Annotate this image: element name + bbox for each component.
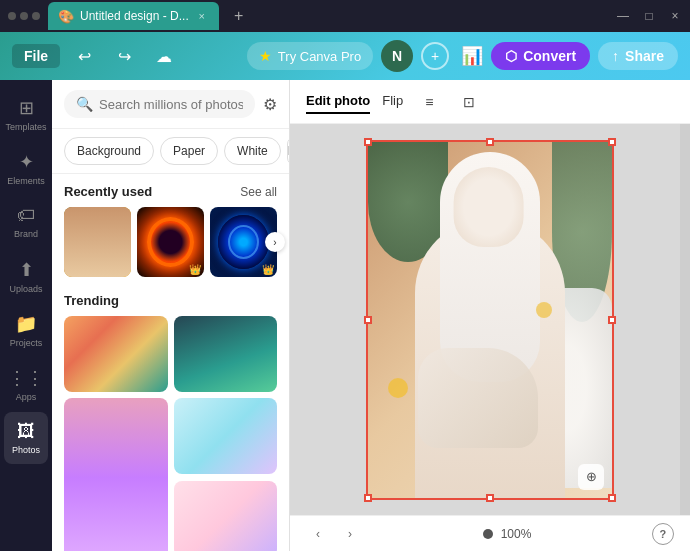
page-navigation: ‹ › xyxy=(306,522,362,546)
try-canva-label: Try Canva Pro xyxy=(278,49,361,64)
cloud-save-button[interactable]: ☁ xyxy=(148,40,180,72)
maximize-button[interactable]: □ xyxy=(642,9,656,23)
canvas-footer: ‹ › 100% ? xyxy=(290,515,690,551)
brand-label: Brand xyxy=(14,229,38,239)
tab-favicon: 🎨 xyxy=(58,9,74,24)
handle-right-mid[interactable] xyxy=(608,316,616,324)
align-left-icon[interactable]: ≡ xyxy=(415,88,443,116)
prev-page-button[interactable]: ‹ xyxy=(306,522,330,546)
sidebar-item-brand[interactable]: 🏷 Brand xyxy=(4,196,48,248)
trending-grid xyxy=(64,316,277,551)
search-input[interactable] xyxy=(99,97,243,112)
canvas-toolbar: Edit photo Flip ≡ ⊡ xyxy=(290,80,690,124)
next-page-button[interactable]: › xyxy=(338,522,362,546)
yellow-dot-2 xyxy=(536,302,552,318)
trending-item-4[interactable] xyxy=(174,398,278,474)
convert-button[interactable]: ⬡ Convert xyxy=(491,42,590,70)
recently-used-row: 👑 👑 › xyxy=(64,207,277,277)
filter-bar: Background Paper White B› xyxy=(52,129,289,174)
undo-button[interactable]: ↩ xyxy=(68,40,100,72)
search-icon: 🔍 xyxy=(76,96,93,112)
elements-label: Elements xyxy=(7,176,45,186)
share-button[interactable]: ↑ Share xyxy=(598,42,678,70)
scrollbar-right[interactable] xyxy=(680,124,690,515)
uploads-icon: ⬆ xyxy=(19,259,34,281)
dot-2 xyxy=(20,12,28,20)
canvas-main: ⊕ xyxy=(290,124,690,515)
add-account-button[interactable]: + xyxy=(421,42,449,70)
sidebar-item-photos[interactable]: 🖼 Photos xyxy=(4,412,48,464)
recently-used-title: Recently used xyxy=(64,184,152,199)
filter-icon[interactable]: ⚙ xyxy=(263,95,277,114)
convert-label: Convert xyxy=(523,48,576,64)
toolbar: File ↩ ↪ ☁ ★ Try Canva Pro N + 📊 ⬡ Conve… xyxy=(0,32,690,80)
trending-item-3[interactable] xyxy=(64,398,168,551)
redo-button[interactable]: ↪ xyxy=(108,40,140,72)
zoom-slider-thumb[interactable] xyxy=(483,529,493,539)
zoom-button[interactable]: ⊕ xyxy=(578,464,604,490)
help-button[interactable]: ? xyxy=(652,523,674,545)
image-container[interactable]: ⊕ xyxy=(366,140,614,500)
recently-used-header: Recently used See all xyxy=(64,184,277,199)
zoom-control: 100% xyxy=(483,527,532,541)
tab-edit-photo[interactable]: Edit photo xyxy=(306,89,370,114)
tab-flip[interactable]: Flip xyxy=(382,89,403,114)
canvas-area: Edit photo Flip ≡ ⊡ xyxy=(290,80,690,551)
share-icon: ↑ xyxy=(612,48,619,64)
projects-icon: 📁 xyxy=(15,313,37,335)
tab-title: Untitled design - D... xyxy=(80,9,189,23)
filter-paper[interactable]: Paper xyxy=(160,137,218,165)
search-box[interactable]: 🔍 xyxy=(64,90,255,118)
filter-more-button[interactable]: B› xyxy=(287,137,289,165)
filter-background[interactable]: Background xyxy=(64,137,154,165)
window-dots xyxy=(8,12,40,20)
filter-white[interactable]: White xyxy=(224,137,281,165)
face xyxy=(454,167,524,247)
recently-used-carousel-next[interactable]: › xyxy=(265,232,285,252)
handle-top-mid[interactable] xyxy=(486,138,494,146)
templates-icon: ⊞ xyxy=(19,97,34,119)
trending-item-1[interactable] xyxy=(64,316,168,392)
trending-item-2[interactable] xyxy=(174,316,278,392)
close-button[interactable]: × xyxy=(668,9,682,23)
yellow-dot-1 xyxy=(388,378,408,398)
photos-label: Photos xyxy=(12,445,40,455)
main-layout: ⊞ Templates ✦ Elements 🏷 Brand ⬆ Uploads… xyxy=(0,80,690,551)
sidebar-item-apps[interactable]: ⋮⋮ Apps xyxy=(4,358,48,410)
sidebar-item-uploads[interactable]: ⬆ Uploads xyxy=(4,250,48,302)
left-sidebar: ⊞ Templates ✦ Elements 🏷 Brand ⬆ Uploads… xyxy=(0,80,52,551)
active-tab[interactable]: 🎨 Untitled design - D... × xyxy=(48,2,219,30)
analytics-icon[interactable]: 📊 xyxy=(461,45,483,67)
trending-header: Trending xyxy=(64,293,277,308)
handle-left-mid[interactable] xyxy=(364,316,372,324)
trending-item-5[interactable] xyxy=(174,481,278,551)
try-canva-pro-button[interactable]: ★ Try Canva Pro xyxy=(247,42,373,70)
apps-label: Apps xyxy=(16,392,37,402)
sidebar-item-elements[interactable]: ✦ Elements xyxy=(4,142,48,194)
dot-3 xyxy=(32,12,40,20)
tab-close-button[interactable]: × xyxy=(195,9,209,23)
file-menu[interactable]: File xyxy=(12,44,60,68)
crop-icon[interactable]: ⊡ xyxy=(455,88,483,116)
handle-bottom-right[interactable] xyxy=(608,494,616,502)
elements-icon: ✦ xyxy=(19,151,34,173)
convert-icon: ⬡ xyxy=(505,48,517,64)
recent-item-1[interactable] xyxy=(64,207,131,277)
sidebar-item-projects[interactable]: 📁 Projects xyxy=(4,304,48,356)
sidebar-item-templates[interactable]: ⊞ Templates xyxy=(4,88,48,140)
handle-bottom-mid[interactable] xyxy=(486,494,494,502)
uploads-label: Uploads xyxy=(9,284,42,294)
handle-bottom-left[interactable] xyxy=(364,494,372,502)
brand-icon: 🏷 xyxy=(17,205,35,226)
user-avatar[interactable]: N xyxy=(381,40,413,72)
recent-item-2[interactable]: 👑 xyxy=(137,207,204,277)
new-tab-button[interactable]: + xyxy=(227,4,251,28)
dot-1 xyxy=(8,12,16,20)
panel-content: Recently used See all 👑 👑 xyxy=(52,174,289,551)
see-all-button[interactable]: See all xyxy=(240,185,277,199)
handle-top-right[interactable] xyxy=(608,138,616,146)
handle-top-left[interactable] xyxy=(364,138,372,146)
image-frame xyxy=(368,142,612,498)
trending-title: Trending xyxy=(64,293,119,308)
minimize-button[interactable]: — xyxy=(616,9,630,23)
